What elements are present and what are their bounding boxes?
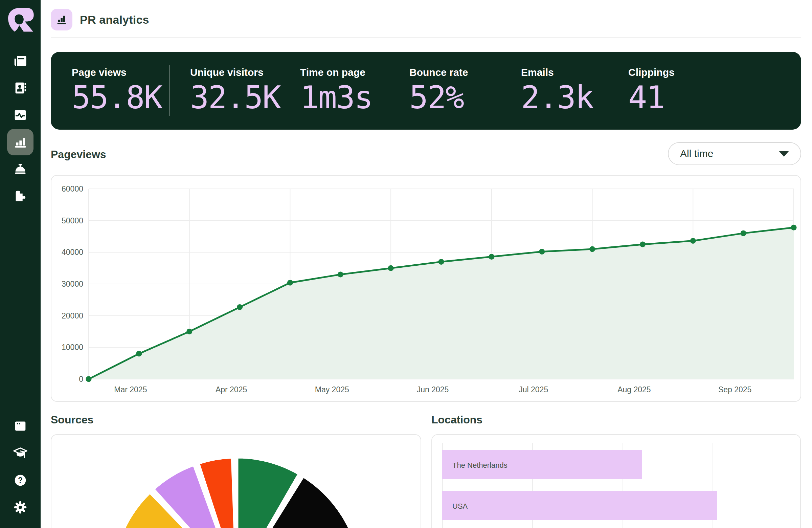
data-point[interactable] xyxy=(489,254,494,260)
stat-value: 2.3k xyxy=(521,82,593,113)
data-point[interactable] xyxy=(741,230,746,236)
data-point[interactable] xyxy=(388,265,394,271)
bar-chart-icon xyxy=(13,134,28,150)
data-point[interactable] xyxy=(438,259,444,265)
sidebar-item-alerts[interactable] xyxy=(11,159,29,178)
location-bar-label: USA xyxy=(452,502,467,511)
settings-gear-icon xyxy=(13,500,28,515)
newspaper-icon xyxy=(13,53,28,69)
y-axis-tick: 10000 xyxy=(61,343,83,352)
stat-value: 41 xyxy=(628,82,665,113)
y-axis-tick: 30000 xyxy=(61,280,83,288)
stat-label: Page views xyxy=(72,67,127,78)
page-header: PR analytics xyxy=(51,9,149,30)
pageviews-line-chart[interactable]: 0100002000030000400005000060000Mar 2025A… xyxy=(52,176,800,401)
bar-chart-icon xyxy=(51,9,72,30)
locations-section-title: Locations xyxy=(431,414,482,426)
main-content: PR analytics Page views 55.8K Unique vis… xyxy=(41,0,812,528)
stat-label: Emails xyxy=(521,67,554,78)
stat-label: Clippings xyxy=(628,67,675,78)
data-point[interactable] xyxy=(186,329,192,334)
sources-section-title: Sources xyxy=(51,414,93,426)
help-circle-icon: ? xyxy=(13,472,28,488)
data-point[interactable] xyxy=(690,238,696,244)
sidebar-item-monitoring[interactable] xyxy=(11,106,29,124)
speech-bubble-r-logo[interactable] xyxy=(6,5,35,35)
sidebar-item-contacts[interactable] xyxy=(11,79,29,97)
page-title: PR analytics xyxy=(80,13,149,26)
sidebar-item-app-window[interactable] xyxy=(11,417,29,435)
contacts-book-icon xyxy=(13,80,28,96)
time-range-dropdown[interactable]: All time xyxy=(668,142,801,165)
x-axis-tick: Sep 2025 xyxy=(718,385,751,394)
data-point[interactable] xyxy=(338,271,344,277)
stat-label: Time on page xyxy=(300,67,365,78)
data-point[interactable] xyxy=(589,246,595,252)
location-bar[interactable] xyxy=(442,491,717,520)
service-bell-icon xyxy=(13,161,28,176)
pageviews-section-title: Pageviews xyxy=(51,148,106,161)
pageviews-line-chart-card: 0100002000030000400005000060000Mar 2025A… xyxy=(51,175,801,402)
sidebar-item-integrations[interactable] xyxy=(11,186,29,205)
x-axis-tick: Jun 2025 xyxy=(417,385,449,394)
stat-value: 52% xyxy=(409,82,464,113)
sidebar: ? xyxy=(0,0,41,528)
header-divider xyxy=(51,37,801,38)
svg-text:?: ? xyxy=(18,476,23,485)
stats-summary-card: Page views 55.8K Unique visitors 32.5K T… xyxy=(51,52,801,130)
sidebar-item-analytics[interactable] xyxy=(11,133,29,151)
app-window-icon xyxy=(13,418,28,434)
sidebar-item-help[interactable]: ? xyxy=(11,471,29,489)
stat-label: Unique visitors xyxy=(190,67,264,78)
data-point[interactable] xyxy=(791,225,797,230)
location-bar-label: The Netherlands xyxy=(452,461,508,470)
puzzle-piece-icon xyxy=(13,188,28,203)
stat-label: Bounce rate xyxy=(409,67,468,78)
sidebar-item-news[interactable] xyxy=(11,52,29,70)
data-point[interactable] xyxy=(136,351,142,357)
x-axis-tick: Mar 2025 xyxy=(114,385,147,394)
activity-monitor-icon xyxy=(13,107,28,123)
sources-pie-chart[interactable] xyxy=(52,435,421,528)
stat-value: 32.5K xyxy=(190,82,280,113)
data-point[interactable] xyxy=(237,304,243,310)
y-axis-tick: 20000 xyxy=(61,311,83,320)
sources-pie-chart-card xyxy=(51,434,421,528)
data-point[interactable] xyxy=(287,280,293,286)
time-range-value: All time xyxy=(680,148,779,159)
line-area-fill xyxy=(89,227,794,379)
y-axis-tick: 0 xyxy=(79,375,83,384)
data-point[interactable] xyxy=(539,249,545,255)
data-point[interactable] xyxy=(86,376,92,382)
x-axis-tick: Jul 2025 xyxy=(519,385,548,394)
data-point[interactable] xyxy=(640,241,646,247)
stat-value: 1m3s xyxy=(300,82,373,113)
x-axis-tick: May 2025 xyxy=(315,385,349,394)
x-axis-tick: Aug 2025 xyxy=(618,385,651,394)
y-axis-tick: 60000 xyxy=(61,184,83,193)
x-axis-tick: Apr 2025 xyxy=(216,385,247,394)
locations-bar-chart-card: The NetherlandsUSA xyxy=(431,434,801,528)
y-axis-tick: 50000 xyxy=(61,216,83,225)
y-axis-tick: 40000 xyxy=(61,248,83,257)
stats-divider xyxy=(169,65,170,116)
chevron-down-icon xyxy=(779,151,789,157)
graduation-cap-icon xyxy=(13,445,28,461)
stat-value: 55.8K xyxy=(72,82,162,113)
sidebar-item-settings[interactable] xyxy=(11,498,29,516)
sidebar-item-academy[interactable] xyxy=(11,444,29,462)
